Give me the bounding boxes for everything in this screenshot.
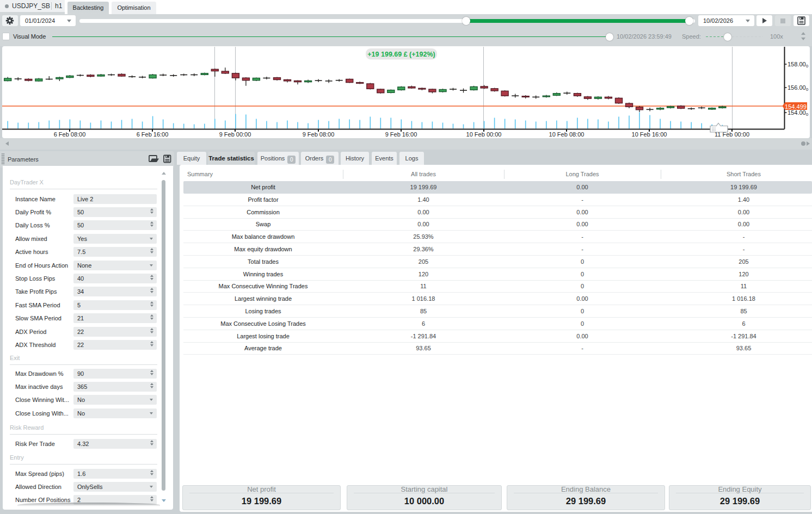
- svg-text:6 Feb 08:00: 6 Feb 08:00: [54, 131, 86, 138]
- svg-text:156.000: 156.000: [788, 84, 809, 92]
- svg-text:10 Feb 16:00: 10 Feb 16:00: [632, 131, 667, 138]
- svg-text:9 Feb 16:00: 9 Feb 16:00: [385, 131, 417, 138]
- svg-text:6 Feb 16:00: 6 Feb 16:00: [137, 131, 169, 138]
- svg-text:10 Feb 00:00: 10 Feb 00:00: [466, 131, 502, 138]
- svg-text:9 Feb 08:00: 9 Feb 08:00: [303, 131, 335, 138]
- svg-text:154.000: 154.000: [788, 109, 809, 117]
- svg-text:+19 199.69 £ (+192%): +19 199.69 £ (+192%): [367, 51, 435, 58]
- svg-text:154.499: 154.499: [785, 103, 807, 110]
- svg-text:158.000: 158.000: [788, 61, 809, 69]
- svg-text:9 Feb 00:00: 9 Feb 00:00: [219, 131, 251, 138]
- svg-text:10 Feb 08:00: 10 Feb 08:00: [549, 131, 585, 138]
